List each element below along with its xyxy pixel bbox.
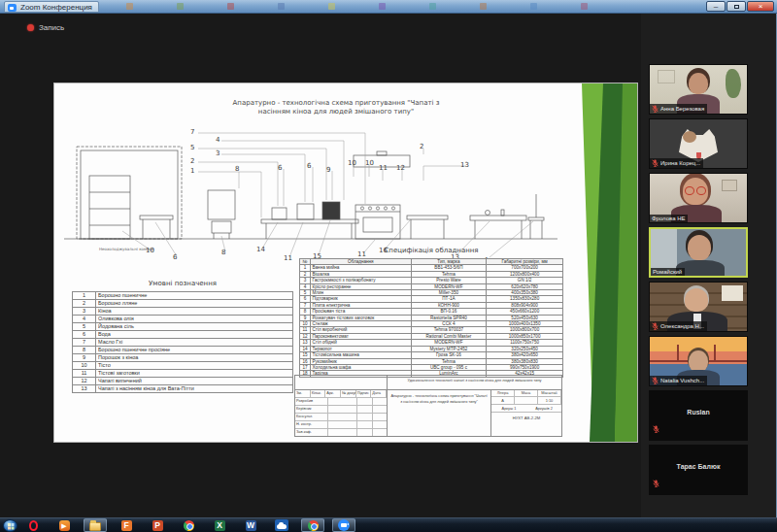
participant-name: Natalia Vushch... (660, 378, 704, 383)
title-block-litera: А (491, 397, 515, 404)
bookmark-bar-decor-icon (278, 3, 285, 10)
legend-label: Оливкова олія (96, 316, 293, 323)
legend-row: 2Борошно лляне (73, 300, 293, 308)
drawing-callout: 8 (221, 249, 225, 256)
participant-tile[interactable]: Анна Березовая (649, 64, 748, 115)
bookmark-bar-decor-icon (126, 3, 133, 10)
participant-tile[interactable]: Ромайский (649, 227, 748, 278)
title-block-role-name (328, 414, 357, 420)
start-button[interactable] (3, 519, 17, 532)
bookmark-bar-decor-icon (480, 3, 487, 10)
minimize-button[interactable]: – (706, 1, 726, 12)
recording-label: Запись (39, 23, 64, 32)
participant-name: Ромайский (653, 269, 682, 275)
title-block-role-row: Розробив (295, 398, 387, 406)
close-button[interactable]: × (747, 1, 774, 12)
title-block-sheets: Аркушів 2 (526, 405, 561, 412)
participant-tile[interactable]: Олександра Н... (649, 282, 748, 332)
spec-title: Специфікація обладнання (299, 247, 563, 254)
mic-muted-icon (652, 105, 659, 113)
title-block-sign (357, 414, 373, 420)
legend-label: Тістові заготовки (96, 370, 293, 378)
mic-muted-icon (653, 480, 659, 487)
drawing-callout: 3 (216, 150, 220, 157)
chrome-icon[interactable] (177, 518, 200, 532)
drawing-callout: 5 (190, 144, 194, 151)
legend-row: 11Тістові заготовки (73, 370, 293, 378)
bookmark-bar-decor-icon (429, 3, 436, 10)
legend-num: 3 (73, 308, 96, 316)
excel-icon[interactable]: X (208, 518, 231, 532)
drawing-callout: 10 (348, 159, 356, 167)
legend-label: Масло Гхі (96, 339, 293, 347)
participant-tile[interactable]: Natalia Vushch... (649, 336, 748, 386)
participant-name: Ирина Корец... (660, 160, 700, 166)
title-block-col-label: Дата (371, 390, 387, 397)
drawing-callout: 7 (190, 128, 194, 136)
title-block-date (373, 398, 387, 405)
app-glyph (308, 520, 319, 531)
media-player-icon[interactable]: ▶ (52, 518, 76, 532)
word-icon[interactable]: W (239, 518, 262, 532)
participants-panel: Анна БерезоваяИрина Корец...Фролова НЕРо… (641, 14, 776, 517)
format-factory-icon[interactable]: F (115, 518, 138, 532)
window-title: Zoom Конференция (20, 3, 92, 12)
participant-tile[interactable]: Фролова НЕ (649, 173, 748, 223)
title-block-date (373, 414, 387, 420)
legend-num: 7 (73, 339, 96, 347)
legend-num: 12 (73, 378, 96, 385)
app-glyph: X (215, 520, 225, 531)
window-title-tab[interactable]: Zoom Конференция (4, 1, 99, 13)
participant-tile[interactable]: Тарас Балюк (649, 445, 748, 495)
legend-num: 4 (73, 316, 96, 323)
opera-icon[interactable] (21, 518, 45, 532)
maximize-button[interactable] (726, 1, 746, 12)
legend-row: 4Оливкова олія (73, 316, 293, 323)
drawing-callout: 12 (396, 164, 405, 172)
mic-muted-wrap (653, 474, 659, 491)
title-block-sign (357, 429, 373, 436)
chrome-profile-icon[interactable] (301, 518, 324, 532)
app-glyph: ▶ (59, 520, 70, 531)
drawing-callout: 13 (460, 161, 469, 169)
title-block-role-row: Консульт. (295, 414, 387, 421)
shared-screen-slide: Апаратурно - технологічна схема приготув… (53, 83, 638, 443)
participant-tile[interactable]: Ирина Корец... (649, 118, 748, 169)
participant-name: Анна Березовая (660, 106, 704, 112)
onedrive-icon[interactable] (270, 518, 293, 532)
participant-tile[interactable]: Ruslan (649, 390, 748, 441)
app-glyph (89, 522, 101, 531)
mic-muted-icon (652, 377, 659, 384)
legend-section: Умовні позначення 1Борошно пшеничне2Боро… (72, 280, 293, 393)
legend-label: Тісто (96, 362, 293, 370)
title-block-date (373, 421, 387, 428)
bookmark-bar-decor-icon (227, 3, 234, 10)
file-explorer-icon[interactable] (84, 518, 107, 532)
bookmark-bar-decor-icon (379, 3, 386, 10)
powerpoint-icon[interactable]: P (146, 518, 169, 532)
title-block-role-name (328, 406, 357, 413)
zoom-meeting-window: Запись Апаратурно - технологічна схема п… (0, 14, 777, 517)
participant-name: Ruslan (650, 409, 747, 416)
legend-row: 8Борошно пшеничне просіяне (73, 347, 293, 354)
legend-num: 8 (73, 347, 96, 354)
legend-row: 13Чапаті з насінням кіноа для Вата-Пітти (73, 385, 293, 393)
title-block-org: НУХТ АВ-2-2М (491, 413, 561, 436)
title-block-role-name (328, 421, 357, 428)
title-block-columns: Зм.Кільк.Арк.№ докум.ПідписДата (295, 390, 387, 398)
title-block-role: Зав.каф. (295, 429, 328, 436)
app-glyph (338, 519, 350, 531)
app-glyph (184, 520, 194, 531)
legend-label: Чапаті з насінням кіноа для Вата-Пітти (96, 385, 293, 393)
app-glyph (275, 519, 288, 531)
legend-row: 6Вода (73, 331, 293, 339)
legend-label: Вода (96, 331, 293, 339)
legend-num: 9 (73, 354, 96, 362)
spec-row: 17Холодильна шафаUBC group - 095 с990х75… (300, 364, 563, 370)
recording-indicator[interactable]: Запись (27, 23, 64, 32)
maximize-icon (734, 5, 739, 9)
legend-label: Порошок з кіноа (96, 354, 293, 362)
zoom-icon[interactable] (332, 518, 355, 532)
legend-label: Борошно пшеничне просіяне (96, 347, 293, 354)
drawing-callout: 6 (173, 253, 178, 261)
